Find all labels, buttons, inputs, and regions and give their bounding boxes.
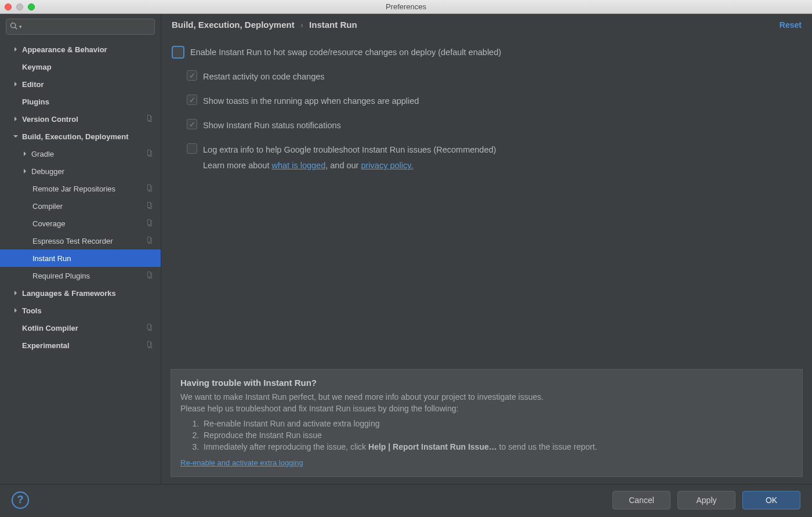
help-step-1: Re-enable Instant Run and activate extra… bbox=[201, 418, 793, 429]
show-toasts-checkbox[interactable] bbox=[187, 95, 197, 105]
help-line1: We want to make Instant Run perfect, but… bbox=[180, 391, 793, 403]
project-level-icon bbox=[146, 114, 155, 124]
cancel-button[interactable]: Cancel bbox=[612, 491, 670, 509]
show-status-notifications-checkbox[interactable] bbox=[187, 119, 197, 129]
sidebar-item-tools[interactable]: Tools bbox=[0, 302, 161, 319]
help-step-3: Immediately after reproducing the issue,… bbox=[201, 441, 793, 453]
restart-activity-label: Restart activity on code changes bbox=[203, 70, 325, 83]
expand-icon[interactable] bbox=[22, 168, 28, 174]
show-toasts-label: Show toasts in the running app when chan… bbox=[203, 95, 419, 107]
sidebar-item-build-execution-deployment[interactable]: Build, Execution, Deployment bbox=[0, 128, 161, 145]
help-step-2: Reproduce the Instant Run issue bbox=[201, 429, 793, 441]
sidebar-item-version-control[interactable]: Version Control bbox=[0, 110, 161, 128]
sidebar-item-keymap[interactable]: Keymap bbox=[0, 58, 161, 75]
sidebar-item-appearance-behavior[interactable]: Appearance & Behavior bbox=[0, 41, 161, 58]
project-level-icon bbox=[146, 236, 155, 245]
search-box[interactable]: ▾ bbox=[6, 19, 155, 35]
privacy-policy-link[interactable]: privacy policy. bbox=[361, 161, 413, 170]
collapse-icon[interactable] bbox=[13, 133, 19, 139]
breadcrumb-parent[interactable]: Build, Execution, Deployment bbox=[172, 20, 295, 30]
apply-button[interactable]: Apply bbox=[677, 491, 735, 509]
reenable-logging-link[interactable]: Re-enable and activate extra logging bbox=[180, 458, 303, 467]
enable-instant-run-checkbox[interactable] bbox=[172, 46, 184, 59]
expand-icon[interactable] bbox=[13, 116, 19, 122]
footer: ? Cancel Apply OK bbox=[0, 484, 812, 515]
sidebar-item-languages-frameworks[interactable]: Languages & Frameworks bbox=[0, 284, 161, 302]
help-button[interactable]: ? bbox=[12, 491, 29, 509]
window-title: Preferences bbox=[0, 2, 812, 11]
project-level-icon bbox=[146, 149, 155, 158]
settings-tree: Appearance & Behavior Keymap Editor Plug… bbox=[0, 39, 161, 484]
ok-button[interactable]: OK bbox=[742, 491, 800, 509]
project-level-icon bbox=[146, 219, 155, 228]
project-level-icon bbox=[146, 323, 155, 332]
sidebar-item-editor[interactable]: Editor bbox=[0, 75, 161, 93]
search-dropdown-icon[interactable]: ▾ bbox=[19, 24, 22, 30]
learn-more-text: Learn more about what is logged, and our… bbox=[172, 161, 802, 170]
expand-icon[interactable] bbox=[13, 308, 19, 313]
help-steps: Re-enable Instant Run and activate extra… bbox=[201, 418, 793, 453]
enable-instant-run-label: Enable Instant Run to hot swap code/reso… bbox=[190, 46, 501, 59]
reset-link[interactable]: Reset bbox=[780, 20, 802, 30]
sidebar-item-debugger[interactable]: Debugger bbox=[0, 162, 161, 180]
sidebar-item-instant-run[interactable]: Instant Run bbox=[0, 250, 161, 267]
expand-icon[interactable] bbox=[22, 151, 28, 157]
question-icon: ? bbox=[17, 494, 24, 506]
titlebar: Preferences bbox=[0, 0, 812, 14]
sidebar-item-gradle[interactable]: Gradle bbox=[0, 145, 161, 162]
help-title: Having trouble with Instant Run? bbox=[180, 378, 793, 388]
options-panel: Enable Instant Run to hot swap code/reso… bbox=[161, 32, 812, 170]
sidebar-item-coverage[interactable]: Coverage bbox=[0, 215, 161, 232]
main-panel: Build, Execution, Deployment › Instant R… bbox=[161, 14, 812, 484]
expand-icon[interactable] bbox=[13, 81, 19, 87]
breadcrumb: Build, Execution, Deployment › Instant R… bbox=[172, 20, 780, 30]
help-panel: Having trouble with Instant Run? We want… bbox=[171, 369, 803, 477]
sidebar-item-required-plugins[interactable]: Required Plugins bbox=[0, 267, 161, 284]
sidebar: ▾ Appearance & Behavior Keymap Editor Pl… bbox=[0, 14, 161, 484]
project-level-icon bbox=[146, 341, 155, 350]
sidebar-item-remote-jar-repositories[interactable]: Remote Jar Repositories bbox=[0, 180, 161, 197]
what-is-logged-link[interactable]: what is logged bbox=[272, 161, 326, 170]
sidebar-item-compiler[interactable]: Compiler bbox=[0, 197, 161, 215]
search-input[interactable] bbox=[24, 23, 151, 31]
breadcrumb-current: Instant Run bbox=[309, 20, 357, 30]
expand-icon[interactable] bbox=[13, 46, 19, 52]
project-level-icon bbox=[146, 271, 155, 280]
sidebar-item-experimental[interactable]: Experimental bbox=[0, 337, 161, 354]
expand-icon[interactable] bbox=[13, 290, 19, 296]
breadcrumb-separator-icon: › bbox=[300, 20, 303, 30]
restart-activity-checkbox[interactable] bbox=[187, 70, 197, 81]
project-level-icon bbox=[146, 184, 155, 193]
log-extra-info-label: Log extra info to help Google troublesho… bbox=[203, 143, 496, 156]
help-line2: Please help us troubleshoot and fix Inst… bbox=[180, 403, 793, 414]
sidebar-item-espresso-test-recorder[interactable]: Espresso Test Recorder bbox=[0, 232, 161, 250]
project-level-icon bbox=[146, 201, 155, 211]
log-extra-info-checkbox[interactable] bbox=[187, 143, 197, 154]
sidebar-item-plugins[interactable]: Plugins bbox=[0, 93, 161, 110]
sidebar-item-kotlin-compiler[interactable]: Kotlin Compiler bbox=[0, 319, 161, 337]
show-status-notifications-label: Show Instant Run status notifications bbox=[203, 119, 341, 132]
search-icon bbox=[10, 22, 18, 32]
